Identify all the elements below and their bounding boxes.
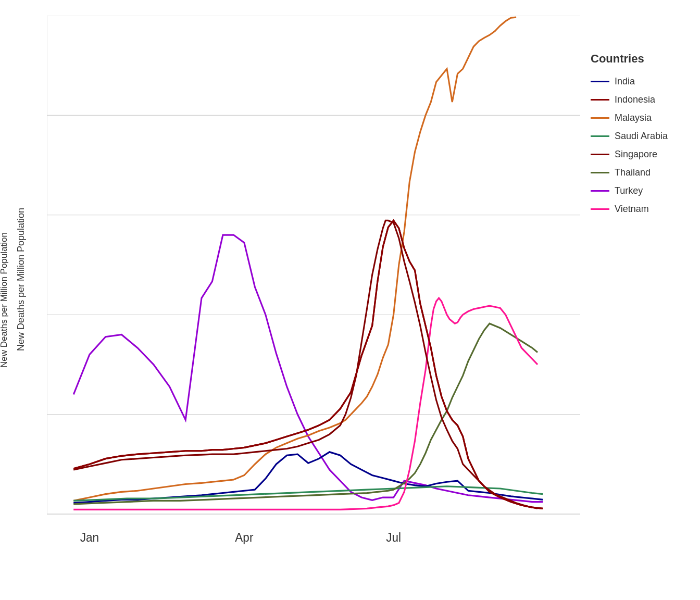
saudi-arabia-label: Saudi Arabia xyxy=(615,131,668,142)
vietnam-label: Vietnam xyxy=(615,204,649,215)
legend-item-malaysia: Malaysia xyxy=(591,113,690,123)
vietnam-line xyxy=(73,298,538,509)
chart-svg: 0.0 2.5 5.0 7.5 10.0 12.5 Jan Apr Jul xyxy=(47,16,580,558)
chart-container: New Deaths per Million Population 0.0 2.… xyxy=(0,0,700,600)
indonesia-line xyxy=(73,220,543,508)
legend-item-indonesia: Indonesia xyxy=(591,94,690,105)
indonesia-label: Indonesia xyxy=(615,94,655,105)
india-label: India xyxy=(615,76,635,87)
y-axis-label: New Deaths per Million Population xyxy=(0,170,9,430)
legend-item-turkey: Turkey xyxy=(591,185,690,196)
thailand-label: Thailand xyxy=(615,167,651,178)
vietnam-legend-line xyxy=(591,208,609,210)
turkey-label: Turkey xyxy=(615,185,643,196)
turkey-legend-line xyxy=(591,190,609,192)
y-axis-label: New Deaths per Million Population xyxy=(16,176,27,384)
thailand-legend-line xyxy=(591,172,609,173)
chart-area: New Deaths per Million Population 0.0 2.… xyxy=(0,0,585,600)
legend-area: Countries India Indonesia Malaysia Saudi… xyxy=(585,0,700,600)
india-legend-line xyxy=(591,81,609,82)
malaysia-label: Malaysia xyxy=(615,113,652,123)
legend-title: Countries xyxy=(591,52,690,66)
svg-text:Jan: Jan xyxy=(80,531,99,544)
malaysia-line xyxy=(73,17,516,501)
turkey-line xyxy=(73,235,543,502)
legend-item-singapore: Singapore xyxy=(591,149,690,160)
legend-item-saudi-arabia: Saudi Arabia xyxy=(591,131,690,142)
indonesia-line2 xyxy=(73,220,543,508)
singapore-label: Singapore xyxy=(615,149,657,160)
svg-text:Apr: Apr xyxy=(235,531,253,544)
singapore-line xyxy=(73,220,538,508)
svg-text:Jul: Jul xyxy=(386,531,401,544)
singapore-legend-line xyxy=(591,154,609,155)
saudi-arabia-legend-line xyxy=(591,135,609,137)
legend-item-india: India xyxy=(591,76,690,87)
legend-item-vietnam: Vietnam xyxy=(591,204,690,215)
indonesia-legend-line xyxy=(591,99,609,101)
thailand-line xyxy=(73,323,538,504)
malaysia-legend-line xyxy=(591,117,609,119)
saudi-arabia-line xyxy=(73,486,543,501)
legend-item-thailand: Thailand xyxy=(591,167,690,178)
